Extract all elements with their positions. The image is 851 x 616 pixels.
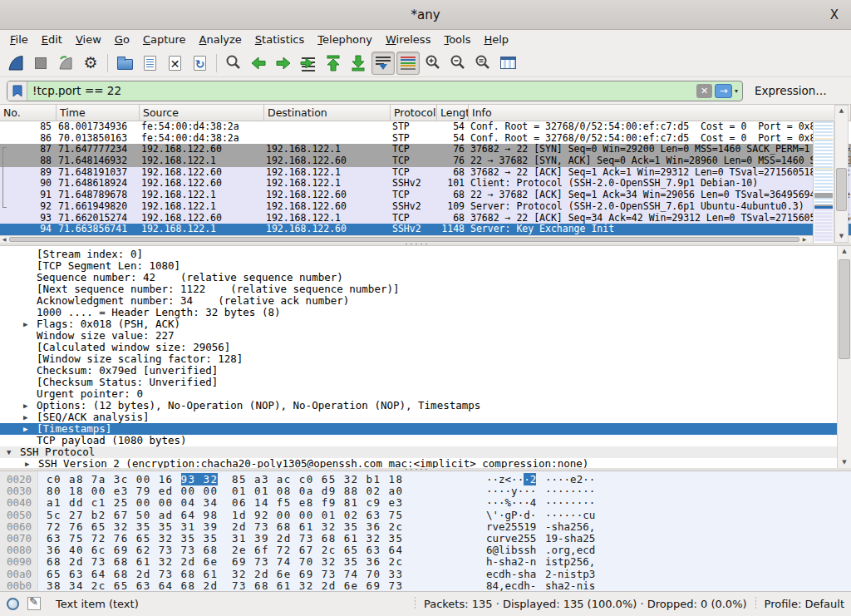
column-header-length[interactable]: Length (437, 105, 469, 121)
menu-file[interactable]: File (3, 32, 35, 47)
column-header-no[interactable]: No. (0, 105, 57, 121)
details-vscrollbar[interactable]: ▲ ▼ (837, 246, 851, 468)
resize-columns-icon[interactable] (496, 52, 519, 75)
close-window-icon[interactable]: X (826, 7, 843, 23)
hscroll-thumb[interactable] (9, 237, 799, 242)
detail-line[interactable]: [Next sequence number: 1122 (relative se… (0, 283, 837, 295)
column-header-protocol[interactable]: Protocol (391, 105, 437, 121)
restart-capture-icon[interactable] (54, 52, 77, 75)
zoom-original-icon[interactable] (471, 52, 494, 75)
find-packet-icon[interactable] (222, 52, 245, 75)
detail-line[interactable]: [Checksum Status: Unverified] (0, 377, 837, 388)
menu-edit[interactable]: Edit (35, 32, 69, 47)
packet-bytes-pane[interactable]: 0020c0 a8 7a 3c 00 16 93 3285 a3 ac c0 6… (0, 471, 851, 591)
capture-comment-icon[interactable] (27, 597, 41, 610)
capture-options-icon[interactable]: ⚙ (79, 52, 102, 75)
details-scroll-thumb[interactable] (839, 259, 850, 359)
column-header-info[interactable]: Info (469, 105, 851, 121)
detail-line[interactable]: [TCP Segment Len: 1080] (0, 260, 837, 272)
vscroll-up-arrow-icon[interactable]: ▲ (835, 106, 848, 116)
hex-row-0040[interactable]: 0040a1 dd c1 25 00 00 04 3406 14 f5 e8 f… (0, 497, 851, 509)
detail-line[interactable]: [Stream index: 0] (0, 249, 837, 260)
hex-row-0030[interactable]: 003080 18 00 e3 79 ed 00 0001 01 08 0a d… (0, 485, 851, 497)
column-header-destination[interactable]: Destination (264, 105, 391, 121)
menu-wireless[interactable]: Wireless (379, 32, 437, 47)
hscroll-right-arrow-icon[interactable]: ▶ (800, 236, 809, 243)
colorize-icon[interactable] (396, 52, 420, 75)
detail-line[interactable]: ▶Flags: 0x018 (PSH, ACK) (0, 318, 837, 330)
collapsed-arrow-icon[interactable]: ▶ (23, 423, 27, 435)
details-scroll-up-icon[interactable]: ▲ (838, 246, 851, 257)
details-scroll-down-icon[interactable]: ▼ (838, 457, 851, 468)
packet-row-93[interactable]: 9371.662015274192.168.122.60192.168.122.… (0, 213, 851, 224)
detail-line[interactable]: [Window size scaling factor: 128] (0, 353, 837, 365)
filter-apply-icon[interactable]: → (715, 84, 732, 98)
detail-line[interactable]: TCP payload (1080 bytes) (0, 435, 837, 446)
packet-row-87[interactable]: 8771.647777234192.168.122.60192.168.122.… (0, 144, 851, 155)
menu-capture[interactable]: Capture (136, 32, 193, 47)
filter-bookmark-icon[interactable] (7, 81, 27, 101)
packet-row-85[interactable]: 8568.001734936fe:54:00:d4:38:2aSTP54Conf… (0, 121, 851, 133)
packet-list-vscrollbar[interactable]: ▲ ▼ (834, 105, 849, 243)
column-header-source[interactable]: Source (140, 105, 264, 121)
packet-row-90[interactable]: 9071.648618924192.168.122.60192.168.122.… (0, 178, 851, 190)
expression-button[interactable]: Expression… (755, 84, 827, 97)
auto-scroll-icon[interactable] (371, 52, 395, 75)
hex-row-0020[interactable]: 0020c0 a8 7a 3c 00 16 93 3285 a3 ac c0 6… (0, 474, 851, 485)
go-forward-icon[interactable] (272, 52, 295, 75)
packet-row-92[interactable]: 9271.661949820192.168.122.1192.168.122.6… (0, 201, 851, 213)
filter-history-caret-icon[interactable]: ▾ (735, 87, 738, 95)
save-file-icon[interactable] (138, 52, 161, 75)
menu-view[interactable]: View (69, 32, 108, 47)
go-back-icon[interactable] (247, 52, 270, 75)
stop-capture-icon[interactable] (29, 52, 52, 75)
detail-line[interactable]: Checksum: 0x79ed [unverified] (0, 365, 837, 377)
menu-statistics[interactable]: Statistics (248, 32, 311, 47)
hex-row-0070[interactable]: 007063 75 72 76 65 32 35 3531 39 2d 73 6… (0, 533, 851, 545)
packet-list-hscrollbar[interactable]: ◀ ▶ (0, 235, 851, 243)
hscroll-left-arrow-icon[interactable]: ◀ (0, 236, 8, 243)
expert-info-icon[interactable] (7, 598, 19, 610)
menu-analyze[interactable]: Analyze (193, 32, 248, 47)
zoom-in-icon[interactable] (421, 52, 445, 75)
filter-clear-icon[interactable]: ✕ (696, 84, 712, 98)
zoom-out-icon[interactable] (446, 52, 470, 75)
vscroll-down-arrow-icon[interactable]: ▼ (835, 231, 848, 242)
hex-row-0060[interactable]: 006072 76 65 32 35 35 31 392d 73 68 61 3… (0, 521, 851, 533)
intelligent-scrollbar-minimap[interactable] (813, 121, 834, 243)
detail-line[interactable]: ▶SSH Version 2 (encryption:chacha20-poly… (0, 458, 837, 468)
hex-row-0090[interactable]: 009068 2d 73 68 61 32 2d 6e69 73 74 70 3… (0, 556, 851, 568)
detail-line[interactable]: ▶[SEQ/ACK analysis] (0, 411, 837, 423)
menu-go[interactable]: Go (108, 32, 136, 47)
menu-help[interactable]: Help (477, 32, 515, 47)
collapsed-arrow-icon[interactable]: ▶ (23, 411, 27, 423)
detail-line[interactable]: Window size value: 227 (0, 330, 837, 342)
collapsed-arrow-icon[interactable]: ▶ (23, 400, 27, 411)
reload-file-icon[interactable]: ↻ (188, 52, 211, 75)
detail-line[interactable]: ▼SSH Protocol (0, 446, 837, 458)
expanded-arrow-icon[interactable]: ▼ (7, 446, 11, 458)
detail-line[interactable]: [Calculated window size: 29056] (0, 342, 837, 353)
packet-row-91[interactable]: 9171.648789678192.168.122.1192.168.122.6… (0, 190, 851, 201)
go-to-packet-icon[interactable] (297, 52, 320, 75)
profile-selector[interactable]: Profile: Default (765, 598, 844, 610)
display-filter-input[interactable] (27, 84, 696, 97)
open-file-icon[interactable] (113, 52, 136, 75)
packet-row-89[interactable]: 8971.648191037192.168.122.60192.168.122.… (0, 167, 851, 179)
menu-tools[interactable]: Tools (437, 32, 477, 47)
menu-telephony[interactable]: Telephony (311, 32, 379, 47)
hex-row-00b0[interactable]: 00b038 34 2c 65 63 64 68 2d73 68 61 32 2… (0, 580, 851, 591)
column-header-time[interactable]: Time (57, 105, 140, 121)
detail-line[interactable]: Acknowledgment number: 34 (relative ack … (0, 295, 837, 307)
detail-line[interactable]: ▶Options: (12 bytes), No-Operation (NOP)… (0, 400, 837, 411)
packet-row-86[interactable]: 8670.013850163fe:54:00:d4:38:2aSTP54Conf… (0, 133, 851, 145)
start-capture-icon[interactable] (4, 52, 27, 75)
packet-row-94[interactable]: 9471.663856741192.168.122.1192.168.122.6… (0, 224, 851, 235)
hex-row-0080[interactable]: 008036 40 6c 69 62 73 73 682e 6f 72 67 2… (0, 545, 851, 556)
detail-line[interactable]: ▶[Timestamps] (0, 423, 837, 435)
hex-row-00a0[interactable]: 00a065 63 64 68 2d 73 68 6132 2d 6e 69 7… (0, 569, 851, 580)
detail-line[interactable]: 1000 .... = Header Length: 32 bytes (8) (0, 307, 837, 318)
go-to-bottom-icon[interactable] (347, 52, 370, 75)
detail-line[interactable]: Urgent pointer: 0 (0, 388, 837, 400)
collapsed-arrow-icon[interactable]: ▶ (25, 458, 29, 468)
